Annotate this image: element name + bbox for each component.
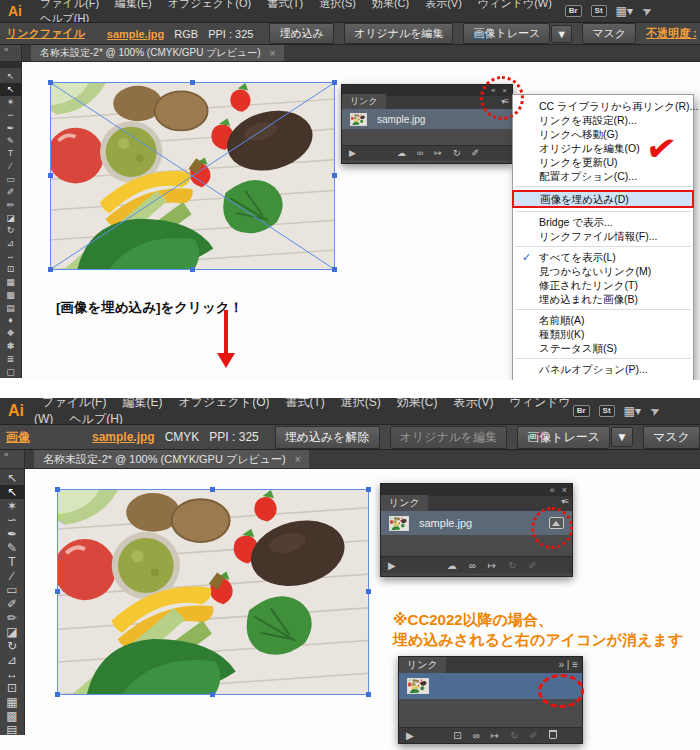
image-trace-button[interactable]: 画像トレース bbox=[517, 426, 610, 449]
tab-close-icon[interactable]: × bbox=[295, 454, 301, 465]
links-tab[interactable]: リンク bbox=[399, 657, 446, 673]
context-label[interactable]: 画像 bbox=[6, 429, 30, 446]
selection-handle[interactable] bbox=[366, 692, 371, 697]
selection-handle[interactable] bbox=[48, 267, 53, 272]
mask-button[interactable]: マスク bbox=[582, 23, 636, 44]
document-tab[interactable]: 名称未設定-2* @ 100% (CMYK/GPU プレビュー) × bbox=[34, 450, 309, 468]
menu-view[interactable]: 表示(V) bbox=[417, 0, 470, 9]
menu-type[interactable]: 書式(T) bbox=[277, 398, 332, 409]
perspective-grid-tool-icon[interactable]: ▦ bbox=[0, 695, 24, 709]
share-icon[interactable]: ➤ bbox=[647, 403, 662, 420]
perspective-grid-tool-icon[interactable]: ▦ bbox=[0, 275, 21, 288]
filename-link[interactable]: sample.jpg bbox=[92, 430, 155, 444]
lasso-tool-icon[interactable]: ∽ bbox=[0, 513, 24, 527]
selection-handle[interactable] bbox=[55, 692, 60, 697]
update-link-icon[interactable]: ↻ bbox=[453, 148, 461, 158]
close-panel-icon[interactable]: × bbox=[562, 485, 567, 495]
menu-file[interactable]: ファイル(F) bbox=[34, 398, 114, 409]
line-segment-tool-icon[interactable]: ∕ bbox=[0, 160, 21, 173]
links-tab[interactable]: リンク bbox=[381, 495, 428, 511]
panel-menu-icon[interactable]: ▾≡ bbox=[561, 497, 568, 506]
curvature-tool-icon[interactable]: ✎ bbox=[0, 541, 24, 555]
panel-grip-icon[interactable]: ∙∙∙∙ bbox=[381, 573, 572, 576]
gradient-tool-icon[interactable]: ▤ bbox=[0, 301, 21, 314]
selection-handle[interactable] bbox=[55, 589, 60, 594]
pencil-tool-icon[interactable]: ✏ bbox=[0, 198, 21, 211]
paintbrush-tool-icon[interactable]: ✐ bbox=[0, 597, 24, 611]
gradient-tool-icon[interactable]: ▤ bbox=[0, 723, 24, 735]
curvature-tool-icon[interactable]: ✎ bbox=[0, 134, 21, 147]
panel-menu-icon[interactable]: » | ≡ bbox=[558, 659, 578, 670]
scale-tool-icon[interactable]: ⊿ bbox=[0, 237, 21, 250]
menu-item[interactable]: リンクファイル情報(F)... bbox=[513, 229, 693, 243]
scale-tool-icon[interactable]: ⊿ bbox=[0, 653, 24, 667]
edit-original-icon[interactable]: ✐ bbox=[471, 148, 479, 158]
magic-wand-tool-icon[interactable]: ✶ bbox=[0, 499, 24, 513]
menu-item[interactable]: 配置オプション(C)... bbox=[513, 169, 693, 183]
menu-effect[interactable]: 効果(C) bbox=[389, 398, 446, 409]
pencil-tool-icon[interactable]: ✏ bbox=[0, 611, 24, 625]
graph-tool-icon[interactable]: ≣ bbox=[0, 352, 21, 365]
menu-item[interactable]: CC ライブラリから再リンク(R)... bbox=[513, 99, 693, 113]
tool-dock-chevron-icon[interactable]: » bbox=[0, 450, 25, 468]
selection-handle[interactable] bbox=[48, 80, 53, 85]
cc-library-icon[interactable]: ☁ bbox=[447, 560, 457, 571]
cc-library-icon[interactable]: ☁ bbox=[397, 148, 406, 158]
eraser-tool-icon[interactable]: ◪ bbox=[0, 211, 21, 224]
selection-handle[interactable] bbox=[48, 173, 53, 178]
relink-icon[interactable]: ∞ bbox=[469, 560, 476, 571]
tool-dock-chevron-icon[interactable]: » bbox=[0, 45, 22, 61]
pen-tool-icon[interactable]: ✒ bbox=[0, 527, 24, 541]
rectangle-tool-icon[interactable]: ▭ bbox=[0, 583, 24, 597]
tab-close-icon[interactable]: × bbox=[270, 48, 276, 59]
menu-edit[interactable]: 編集(E) bbox=[107, 0, 160, 9]
embed-button[interactable]: 埋め込み bbox=[269, 23, 334, 44]
free-transform-tool-icon[interactable]: ⊡ bbox=[0, 681, 24, 695]
artboard-tool-icon[interactable]: ▢ bbox=[0, 365, 21, 378]
edit-original-button[interactable]: オリジナルを編集 bbox=[344, 23, 454, 44]
update-link-icon[interactable]: ↻ bbox=[508, 560, 516, 571]
blend-tool-icon[interactable]: ❖ bbox=[0, 327, 21, 340]
panel-grip-icon[interactable]: ∙∙∙∙ bbox=[342, 160, 512, 163]
document-tab[interactable]: 名称未設定-2* @ 100% (CMYK/GPU プレビュー) × bbox=[31, 45, 284, 61]
menu-item[interactable]: 修正されたリンク(T) bbox=[513, 278, 693, 292]
menu-item[interactable]: リンクを再設定(R)... bbox=[513, 113, 693, 127]
unembed-button[interactable]: 埋め込みを解除 bbox=[275, 426, 380, 449]
direct-selection-tool-icon[interactable]: ↖ bbox=[0, 83, 21, 96]
lasso-tool-icon[interactable]: ∽ bbox=[0, 108, 21, 121]
menu-object[interactable]: オブジェクト(O) bbox=[160, 0, 259, 9]
mask-button[interactable]: マスク bbox=[643, 426, 700, 449]
opacity-label[interactable]: 不透明度 : bbox=[646, 26, 697, 41]
rotate-tool-icon[interactable]: ↻ bbox=[0, 224, 21, 237]
menu-effect[interactable]: 効果(C) bbox=[364, 0, 417, 9]
arrange-documents-icon[interactable]: ▦▾ bbox=[616, 4, 633, 18]
image-trace-button[interactable]: 画像トレース bbox=[463, 23, 550, 44]
selection-handle[interactable] bbox=[332, 80, 337, 85]
menu-select[interactable]: 選択(S) bbox=[333, 398, 389, 409]
go-to-link-icon[interactable]: ↦ bbox=[434, 148, 442, 158]
direct-selection-tool-icon[interactable]: ↖ bbox=[0, 485, 24, 499]
free-transform-tool-icon[interactable]: ⊡ bbox=[0, 263, 21, 276]
rectangle-tool-icon[interactable]: ▭ bbox=[0, 173, 21, 186]
menu-type[interactable]: 書式(T) bbox=[259, 0, 311, 9]
menu-window[interactable]: ウィンドウ(W) bbox=[470, 0, 560, 9]
selection-tool-icon[interactable]: ↖ bbox=[0, 471, 24, 485]
line-segment-tool-icon[interactable]: ∕ bbox=[0, 569, 24, 583]
mesh-tool-icon[interactable]: ▩ bbox=[0, 288, 21, 301]
menu-item[interactable]: 名前順(A) bbox=[513, 313, 693, 327]
eraser-tool-icon[interactable]: ◪ bbox=[0, 625, 24, 639]
relink-file-icon[interactable]: ⊡ bbox=[453, 730, 461, 741]
selection-handle[interactable] bbox=[190, 80, 195, 85]
menu-item[interactable]: 画像を埋め込み(D) bbox=[512, 190, 694, 208]
edit-original-icon[interactable]: ✐ bbox=[529, 560, 537, 571]
width-tool-icon[interactable]: ↔ bbox=[0, 250, 21, 263]
menu-item[interactable]: Bridge で表示... bbox=[513, 215, 693, 229]
menu-view[interactable]: 表示(V) bbox=[445, 398, 501, 409]
delete-link-icon[interactable] bbox=[549, 730, 557, 741]
relink-icon[interactable]: ∞ bbox=[417, 148, 423, 158]
menu-item[interactable]: 埋め込まれた画像(B) bbox=[513, 292, 693, 306]
expand-row-icon[interactable]: ▶ bbox=[406, 730, 414, 741]
context-label[interactable]: リンクファイル bbox=[6, 26, 85, 41]
symbol-sprayer-tool-icon[interactable]: ✽ bbox=[0, 340, 21, 353]
embedded-image-artwork[interactable] bbox=[57, 489, 369, 695]
